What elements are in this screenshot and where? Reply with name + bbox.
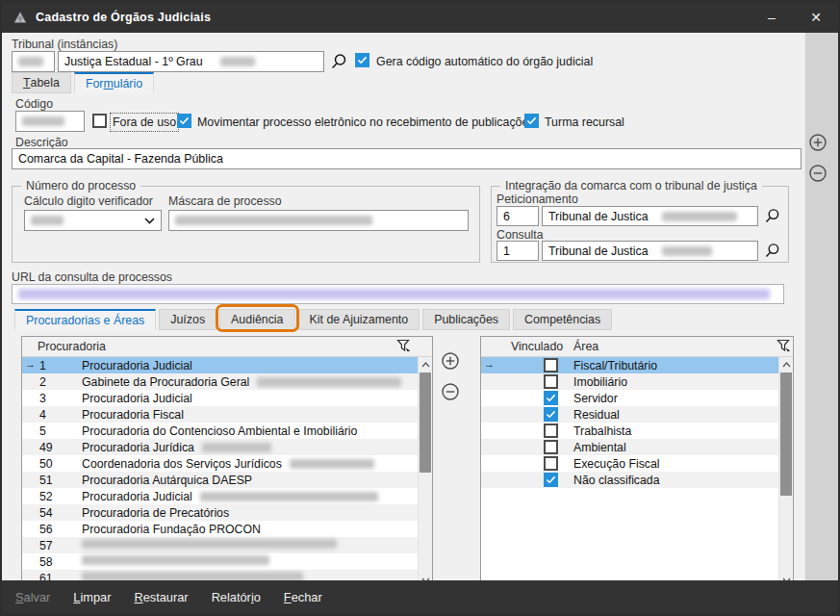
salvar-button[interactable]: Salvar: [15, 590, 50, 604]
vinculado-checkbox[interactable]: [544, 440, 558, 454]
row-code: 5: [39, 424, 46, 438]
table-row[interactable]: 3Procuradoria Judicial: [22, 390, 418, 406]
filter-icon[interactable]: [776, 339, 791, 356]
form-content: Tribunal (instâncias) Justiça Estadual -…: [2, 33, 838, 580]
scroll-up-icon[interactable]: [779, 357, 793, 372]
row-name: Procuradoria Autárquica DAESP: [82, 474, 252, 487]
restaurar-button[interactable]: Restaurar: [134, 590, 188, 604]
table-row[interactable]: Servidor: [481, 390, 778, 406]
area-name: Não classificada: [573, 474, 660, 487]
vinculado-checkbox[interactable]: [544, 407, 558, 422]
calculo-dropdown[interactable]: [24, 210, 162, 231]
table-row[interactable]: 49Procuradoria Jurídica: [22, 439, 418, 455]
descricao-value: Comarca da Capital - Fazenda Pública: [18, 152, 223, 166]
table-row[interactable]: Execução Fiscal: [481, 455, 778, 472]
peticionamento-code-input[interactable]: 6: [496, 206, 539, 226]
area-name: Ambiental: [573, 441, 626, 454]
remove-procuradoria-button[interactable]: [441, 382, 460, 401]
table-row[interactable]: 54Procuradoria de Precatórios: [22, 504, 418, 521]
turma-recursal-label[interactable]: Turma recursal: [545, 116, 624, 129]
close-button[interactable]: ✕: [794, 2, 838, 33]
descricao-input[interactable]: Comarca da Capital - Fazenda Pública: [12, 148, 802, 169]
integracao-group: Integração da comarca com o tribunal de …: [491, 186, 789, 263]
peticionamento-input[interactable]: Tribunal de Justica: [542, 206, 758, 226]
calculo-label: Cálculo digito verificador: [24, 194, 153, 208]
scrollbar-thumb[interactable]: [420, 372, 431, 473]
fechar-button[interactable]: Fechar: [284, 590, 322, 604]
vinculado-checkbox[interactable]: [544, 473, 558, 487]
row-code: 56: [39, 523, 53, 536]
vinculado-checkbox[interactable]: [544, 456, 558, 471]
sub-tab-strip: Procuradorias e ÁreasJuízosAudiênciaKit …: [14, 309, 612, 330]
turma-recursal-checkbox[interactable]: [524, 114, 539, 128]
table-row[interactable]: 58: [22, 553, 418, 570]
scroll-up-icon[interactable]: [419, 357, 432, 372]
table-row[interactable]: 50Coordenadoria dos Serviços Jurídicos: [22, 455, 418, 472]
table-row[interactable]: Imobiliário: [481, 373, 778, 390]
auto-code-label[interactable]: Gera código automático do órgão judicial: [376, 55, 593, 68]
table-row[interactable]: 2Gabinete da Procuradoria Geral: [22, 373, 418, 390]
mascara-input[interactable]: [168, 210, 469, 231]
area-name: Servidor: [573, 392, 618, 405]
table-row[interactable]: 51Procuradoria Autárquica DAESP: [22, 472, 418, 488]
consulta-code-input[interactable]: 1: [496, 241, 539, 261]
row-code: 1: [39, 359, 46, 372]
tribunal-search-icon[interactable]: [330, 53, 347, 73]
vinculado-checkbox[interactable]: [544, 374, 558, 389]
table-row[interactable]: Trabalhista: [481, 423, 778, 439]
subtab-audiência[interactable]: Audiência: [219, 309, 294, 330]
vinculado-checkbox[interactable]: [544, 358, 558, 372]
codigo-label: Código: [15, 97, 53, 111]
subtab-competências[interactable]: Competências: [513, 309, 612, 330]
row-name: Gabinete da Procuradoria Geral: [82, 375, 401, 389]
peticionamento-search-icon[interactable]: [764, 208, 780, 227]
table-row[interactable]: 56Procuradoria Fundação PROCON: [22, 521, 418, 537]
row-code: 57: [39, 539, 53, 552]
table-row[interactable]: Não classificada: [481, 472, 778, 488]
url-value-redacted: [18, 289, 770, 299]
table-row[interactable]: 4Procuradoria Fiscal: [22, 406, 418, 423]
mascara-label: Máscara de processo: [168, 194, 282, 208]
fora-de-uso-checkbox[interactable]: [92, 114, 107, 128]
table-row[interactable]: →1Procuradoria Judicial: [22, 357, 418, 373]
tribunal-code-input[interactable]: [12, 51, 55, 72]
consulta-search-icon[interactable]: [764, 243, 780, 262]
remove-record-button[interactable]: [808, 164, 827, 183]
table-row[interactable]: 57: [22, 537, 418, 553]
row-name: Procuradoria do Contencioso Ambiental e …: [82, 424, 357, 438]
relatório-button[interactable]: Relatório: [212, 590, 261, 604]
scrollbar-thumb[interactable]: [780, 372, 792, 496]
tribunal-input[interactable]: Justiça Estadual - 1º Grau: [58, 51, 324, 72]
minimize-button[interactable]: –: [750, 2, 794, 33]
table-row[interactable]: →Fiscal/Tributário: [481, 357, 778, 373]
url-input[interactable]: [12, 284, 784, 304]
area-scrollbar[interactable]: [778, 357, 793, 587]
subtab-publicações[interactable]: Publicações: [422, 309, 510, 330]
vinculado-checkbox[interactable]: [544, 391, 558, 405]
vinculado-checkbox[interactable]: [544, 424, 558, 438]
row-code: 3: [39, 392, 46, 405]
movimentar-checkbox[interactable]: [177, 114, 191, 128]
auto-code-checkbox[interactable]: [355, 53, 369, 67]
fora-de-uso-label[interactable]: Fora de uso: [113, 116, 176, 129]
row-name: Procuradoria Judicial: [82, 490, 378, 503]
movimentar-label[interactable]: Movimentar processo eletrônico no recebi…: [197, 116, 535, 129]
tab-tabela[interactable]: Tabela: [12, 72, 71, 93]
window-title: Cadastro de Órgãos Judiciais: [36, 11, 211, 24]
codigo-input[interactable]: [15, 111, 85, 132]
add-procuradoria-button[interactable]: [441, 351, 460, 371]
add-record-button[interactable]: [808, 133, 827, 152]
subtab-juízos[interactable]: Juízos: [159, 309, 216, 330]
tab-formulário[interactable]: Formulário: [74, 72, 154, 93]
table-row[interactable]: Residual: [481, 406, 778, 423]
table-row[interactable]: Ambiental: [481, 439, 778, 455]
consulta-input[interactable]: Tribunal de Justica: [542, 241, 758, 261]
subtab-procuradorias-e-áreas[interactable]: Procuradorias e Áreas: [14, 309, 156, 330]
table-row[interactable]: 52Procuradoria Judicial: [22, 488, 418, 504]
area-name: Execução Fiscal: [573, 457, 660, 471]
limpar-button[interactable]: Limpar: [73, 590, 111, 604]
table-row[interactable]: 5Procuradoria do Contencioso Ambiental e…: [22, 423, 418, 439]
subtab-kit-de-ajuizamento[interactable]: Kit de Ajuizamento: [298, 309, 420, 330]
procuradoria-scrollbar[interactable]: [418, 357, 432, 587]
filter-icon[interactable]: [396, 339, 411, 356]
